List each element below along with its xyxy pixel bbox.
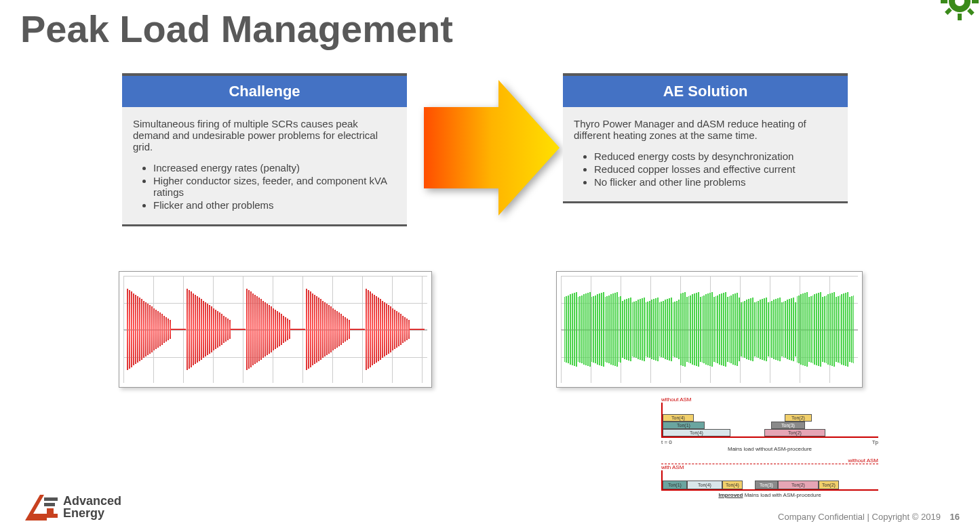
solution-header: AE Solution [563, 76, 848, 107]
list-item: Reduced energy costs by desynchronizatio… [594, 150, 837, 162]
without-asm-label-2: without ASM [661, 457, 878, 464]
list-item: Higher conductor sizes, feeder, and comp… [153, 175, 396, 198]
slide: Peak Load Management Challenge Simultane… [0, 0, 980, 530]
challenge-body: Simultaneous firing of multiple SCRs cau… [122, 107, 407, 226]
svg-rect-3 [958, 14, 962, 20]
without-asm-label: without ASM [661, 396, 878, 403]
scope-challenge [119, 271, 432, 388]
svg-marker-10 [424, 80, 560, 216]
footer-text: Company Confidential | Copyright © 2019 [778, 512, 941, 522]
waveform-green [564, 283, 855, 376]
block: Ton(1) [663, 481, 687, 489]
svg-rect-9 [945, 7, 952, 15]
svg-rect-5 [972, 0, 979, 3]
list-item: Increased energy rates (penalty) [153, 162, 396, 174]
footer: Company Confidential | Copyright © 2019 … [778, 512, 960, 522]
svg-rect-4 [941, 0, 947, 3]
block: Ton(4) [663, 414, 694, 422]
caption-without: Mains load without ASM-procedure [661, 446, 878, 452]
solution-body: Thyro Power Manager and dASM reduce heat… [563, 107, 848, 203]
solution-intro: Thyro Power Manager and dASM reduce heat… [574, 118, 837, 141]
block: Ton(3) [755, 481, 778, 489]
caption-with: Improved Mains load with ASM-procedure [661, 492, 878, 498]
svg-rect-7 [967, 8, 975, 16]
block: Ton(2) [764, 429, 825, 436]
solution-panel: AE Solution Thyro Power Manager and dASM… [563, 73, 848, 203]
challenge-panel: Challenge Simultaneous firing of multipl… [122, 73, 407, 226]
diagram-row-with: Ton(1) Ton(4) Ton(4) Ton(3) Ton(2) Ton(2… [661, 470, 878, 491]
challenge-header: Challenge [122, 76, 407, 107]
challenge-intro: Simultaneous firing of multiple SCRs cau… [133, 118, 396, 152]
solution-list: Reduced energy costs by desynchronizatio… [574, 150, 837, 188]
block: Ton(2) [785, 414, 812, 422]
page-number: 16 [950, 512, 960, 522]
tp-label: Tp [872, 439, 878, 445]
svg-rect-13 [44, 503, 55, 506]
block: Ton(2) [819, 481, 839, 489]
list-item: No flicker and other line problems [594, 176, 837, 188]
block: Ton(4) [687, 481, 722, 489]
waveform-red [126, 283, 425, 376]
svg-rect-12 [44, 497, 58, 501]
ae-logo-icon [24, 492, 59, 522]
with-asm-label: with ASM [661, 464, 878, 470]
page-title: Peak Load Management [20, 7, 453, 51]
diagram-row-without: Ton(4) Ton(1) Ton(4) Ton(2) Ton(3) Ton(2… [661, 403, 878, 438]
block: Ton(4) [663, 429, 730, 436]
asm-diagram: without ASM Ton(4) Ton(1) Ton(4) Ton(2) … [661, 396, 878, 504]
logo-text: Advanced Energy [63, 495, 121, 519]
gear-icon [939, 0, 980, 22]
challenge-list: Increased energy rates (penalty) Higher … [133, 162, 396, 211]
block: Ton(2) [778, 481, 819, 489]
block: Ton(4) [722, 481, 743, 489]
arrow-icon [417, 73, 566, 222]
list-item: Reduced copper losses and effective curr… [594, 163, 837, 175]
block: Ton(3) [771, 422, 805, 429]
scope-solution [556, 271, 863, 388]
block: Ton(1) [663, 422, 705, 429]
ae-logo: Advanced Energy [24, 492, 121, 522]
t0-label: t = 0 [661, 439, 672, 445]
list-item: Flicker and other problems [153, 199, 396, 211]
